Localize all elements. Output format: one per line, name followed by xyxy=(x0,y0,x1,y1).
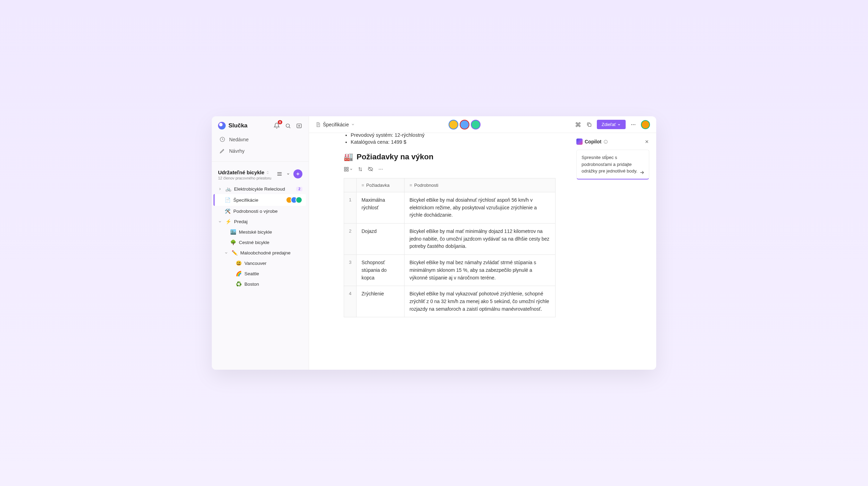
svg-rect-3 xyxy=(588,124,591,126)
chevron-right-icon xyxy=(218,187,222,191)
tree-root-relecloud[interactable]: 🚲 Elektrobicykle Relecloud 2 xyxy=(215,184,306,194)
tree-sales-label: Predaj xyxy=(234,219,248,224)
topbar: Špecifikácie Zdieľať xyxy=(309,116,656,133)
cell-req[interactable]: Dojazd xyxy=(357,224,404,255)
info-icon[interactable] xyxy=(603,140,608,144)
svg-point-13 xyxy=(382,169,383,169)
cell-req[interactable]: Maximálna rýchlosť xyxy=(357,192,404,224)
share-button[interactable]: Zdieľať xyxy=(597,120,626,129)
cell-detail[interactable]: Bicykel eBike by mal mať minimálny dojaz… xyxy=(404,224,556,255)
tree-road-label: Cestné bicykle xyxy=(239,240,269,245)
tree-mfg-label: Podrobnosti o výrobe xyxy=(233,209,278,214)
requirements-table: ≡Požiadavka ≡Podrobnosti 1 Maximálna rýc… xyxy=(344,178,556,317)
chevron-down-icon xyxy=(224,251,228,255)
doc-icon xyxy=(315,122,321,127)
pencil-small-icon: ✏️ xyxy=(231,250,237,255)
notification-badge: 8 xyxy=(278,120,282,124)
clock-icon xyxy=(219,136,226,142)
sort-icon xyxy=(266,170,270,175)
sort-icon[interactable] xyxy=(358,167,363,172)
bullet-item: Katalógová cena: 1499 $ xyxy=(351,139,556,145)
chevron-down-icon xyxy=(218,220,222,224)
app-name: Slučka xyxy=(228,122,248,129)
tree-sales[interactable]: ⚡ Predaj xyxy=(215,216,306,227)
topbar-center xyxy=(359,120,570,129)
breadcrumb[interactable]: Špecifikácie xyxy=(315,122,355,127)
table-row[interactable]: 4 Zrýchlenie Bicykel eBike by mal vykazo… xyxy=(344,286,556,317)
view-grid-icon[interactable] xyxy=(344,167,353,172)
more-icon[interactable] xyxy=(630,121,637,128)
collaborator-avatars xyxy=(286,196,302,203)
copilot-title: Copilot xyxy=(576,139,642,145)
app-logo[interactable]: Slučka xyxy=(218,122,248,129)
visibility-icon[interactable] xyxy=(368,166,373,172)
arrow-right-icon[interactable] xyxy=(639,170,645,175)
svg-rect-9 xyxy=(344,169,346,171)
tree-boston[interactable]: ♻️ Boston xyxy=(215,279,306,289)
document: Prevodový systém: 12-rýchlostný Katalógo… xyxy=(309,133,569,370)
table-row[interactable]: 1 Maximálna rýchlosť Bicykel eBike by ma… xyxy=(344,192,556,224)
list-icon[interactable] xyxy=(276,171,283,176)
section-heading: 🏭 Požiadavky na výkon xyxy=(344,152,556,161)
main: Špecifikácie Zdieľať xyxy=(309,116,656,370)
table-row[interactable]: 3 Schopnosť stúpania do kopca Bicykel eB… xyxy=(344,255,556,286)
svg-point-11 xyxy=(379,169,379,169)
panel-icon[interactable] xyxy=(295,122,302,129)
tree-spec[interactable]: 📄 Špecifikácie xyxy=(214,194,306,206)
table-row[interactable]: 2 Dojazd Bicykel eBike by mal mať minimá… xyxy=(344,224,556,255)
tree-road[interactable]: 🌳 Cestné bicykle xyxy=(215,237,306,248)
search-icon[interactable] xyxy=(284,122,291,129)
col-header-req[interactable]: ≡Požiadavka xyxy=(357,178,404,192)
more-icon[interactable] xyxy=(378,167,383,172)
add-button[interactable] xyxy=(293,169,302,178)
close-icon[interactable] xyxy=(644,139,649,144)
tree-city[interactable]: 🏙️ Mestské bicykle xyxy=(215,227,306,237)
count-badge: 2 xyxy=(296,187,302,191)
bullet-item: Prevodový systém: 12-rýchlostný xyxy=(351,133,556,139)
svg-point-4 xyxy=(631,124,632,125)
nav-drafts[interactable]: Návrhy xyxy=(216,145,304,157)
cell-detail[interactable]: Bicykel eBike by mal vykazovať pohotové … xyxy=(404,286,556,317)
copy-icon[interactable] xyxy=(586,121,593,128)
tree-mfg[interactable]: 🛠️ Podrobnosti o výrobe xyxy=(215,206,306,216)
city-icon: 🏙️ xyxy=(230,229,236,235)
cell-req[interactable]: Zrýchlenie xyxy=(357,286,404,317)
workspace-title[interactable]: Udržateľné bicykle xyxy=(218,169,271,175)
workspace-header: Udržateľné bicykle 12 členov pracovného … xyxy=(212,165,309,183)
table-toolbar xyxy=(344,166,556,172)
heading-text: Požiadavky na výkon xyxy=(357,152,433,161)
user-avatar[interactable] xyxy=(641,120,650,129)
nav-recent[interactable]: Nedávne xyxy=(216,134,304,145)
cell-req[interactable]: Schopnosť stúpania do kopca xyxy=(357,255,404,286)
bike-icon: 🚲 xyxy=(225,186,231,192)
tools-icon: 🛠️ xyxy=(224,208,231,214)
chevron-down-icon xyxy=(351,123,355,126)
bullet-list: Prevodový systém: 12-rýchlostný Katalógo… xyxy=(344,133,556,145)
chevron-down-icon[interactable] xyxy=(286,172,290,176)
heading-emoji: 🏭 xyxy=(344,152,353,161)
copilot-header: Copilot xyxy=(576,139,649,145)
svg-rect-8 xyxy=(347,167,348,168)
tree-seattle-label: Seattle xyxy=(244,271,259,276)
col-header-detail[interactable]: ≡Podrobnosti xyxy=(404,178,556,192)
cell-detail[interactable]: Bicykel eBike by mal dosiahnuť rýchlosť … xyxy=(404,192,556,224)
corner-cell xyxy=(344,178,357,192)
tree-retail[interactable]: ✏️ Maloobchodné predajne xyxy=(215,248,306,258)
tree-seattle[interactable]: 🌈 Seattle xyxy=(215,268,306,279)
command-icon[interactable] xyxy=(575,121,582,128)
topbar-right: Zdieľať xyxy=(575,120,650,129)
row-number: 3 xyxy=(344,255,357,286)
svg-point-12 xyxy=(381,169,381,169)
tree-retail-label: Maloobchodné predajne xyxy=(240,250,291,255)
bolt-icon: ⚡ xyxy=(225,219,231,224)
face-icon: 😃 xyxy=(235,260,242,266)
cell-detail[interactable]: Bicykel eBike by mal bez námahy zvládať … xyxy=(404,255,556,286)
notifications-icon[interactable]: 8 xyxy=(273,122,280,129)
svg-rect-10 xyxy=(347,169,348,171)
presence-avatars[interactable] xyxy=(449,120,481,129)
copilot-logo-icon xyxy=(576,139,583,145)
svg-point-5 xyxy=(633,124,634,125)
copilot-prompt-card[interactable]: Spresnite stĺpec s podrobnosťami a prida… xyxy=(576,150,649,179)
tree-vancouver[interactable]: 😃 Vancouver xyxy=(215,258,306,268)
rainbow-icon: 🌈 xyxy=(235,271,242,276)
